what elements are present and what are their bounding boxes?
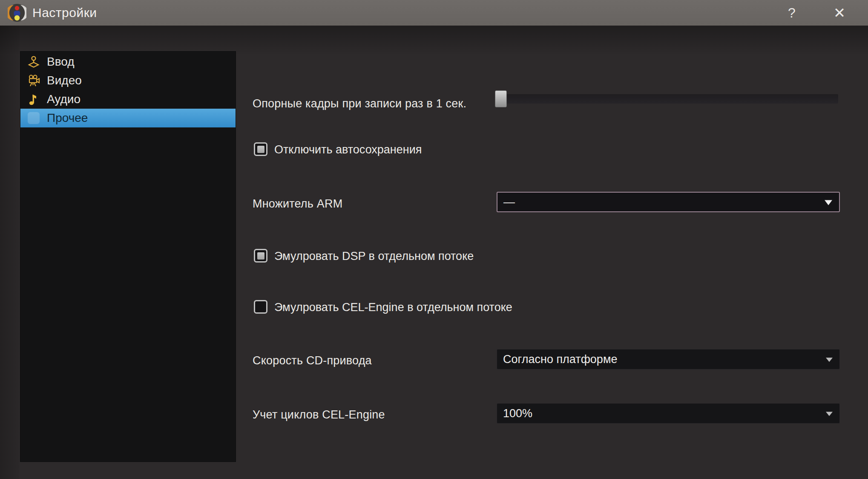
dsp-thread-label: Эмулровать DSP в отдельном потоке xyxy=(274,250,474,263)
keyframes-slider-track[interactable] xyxy=(496,94,838,104)
cel-cycles-value: 100% xyxy=(503,407,532,420)
keyframes-slider-handle[interactable] xyxy=(495,90,507,107)
cel-thread-checkbox[interactable] xyxy=(254,300,267,314)
sidebar-item-video[interactable]: Видео xyxy=(20,71,236,90)
autosave-label: Отключить автосохранения xyxy=(274,143,422,156)
arm-multiplier-dropdown[interactable]: — xyxy=(497,192,840,212)
help-button[interactable]: ? xyxy=(780,0,803,26)
chevron-down-icon xyxy=(826,412,833,416)
chevron-down-icon xyxy=(826,358,833,362)
window-title: Настройки xyxy=(32,0,97,26)
joystick-icon xyxy=(26,55,41,69)
sidebar-item-audio[interactable]: Аудио xyxy=(20,90,236,109)
autosave-checkbox[interactable] xyxy=(254,142,267,156)
cd-speed-value: Согласно платформе xyxy=(503,353,617,366)
sidebar-item-label: Аудио xyxy=(47,92,80,106)
cd-speed-dropdown[interactable]: Согласно платформе xyxy=(497,349,840,369)
app-logo-icon xyxy=(8,3,26,22)
dsp-thread-checkbox[interactable] xyxy=(254,249,267,263)
settings-window: Настройки ? ✕ Ввод xyxy=(0,0,868,479)
titlebar: Настройки ? ✕ xyxy=(0,0,868,26)
cel-thread-label: Эмулровать CEL-Engine в отдельном потоке xyxy=(274,301,512,314)
cel-cycles-dropdown[interactable]: 100% xyxy=(497,403,840,424)
keyframes-label: Опорные кадры при записи раз в 1 сек. xyxy=(253,97,466,110)
sidebar-item-input[interactable]: Ввод xyxy=(20,52,236,71)
sidebar-item-misc[interactable]: Прочее xyxy=(20,109,236,127)
chevron-down-icon xyxy=(825,200,832,205)
music-note-icon xyxy=(26,92,41,107)
cel-cycles-label: Учет циклов CEL-Engine xyxy=(253,408,385,421)
sidebar-item-label: Ввод xyxy=(47,55,75,69)
left-shadow xyxy=(0,26,20,479)
checkbox-partial-mark xyxy=(257,146,264,153)
arm-multiplier-label: Множитель ARM xyxy=(253,197,342,211)
misc-icon xyxy=(26,111,41,125)
arm-multiplier-value: — xyxy=(503,196,515,209)
checkbox-partial-mark xyxy=(257,252,264,260)
cd-speed-label: Скорость CD-привода xyxy=(253,354,372,367)
sidebar-item-label: Видео xyxy=(47,74,82,87)
sidebar-item-label: Прочее xyxy=(47,111,88,125)
close-button[interactable]: ✕ xyxy=(828,0,851,26)
video-camera-icon xyxy=(26,73,41,88)
settings-category-list: Ввод Видео Ауд xyxy=(20,51,236,462)
